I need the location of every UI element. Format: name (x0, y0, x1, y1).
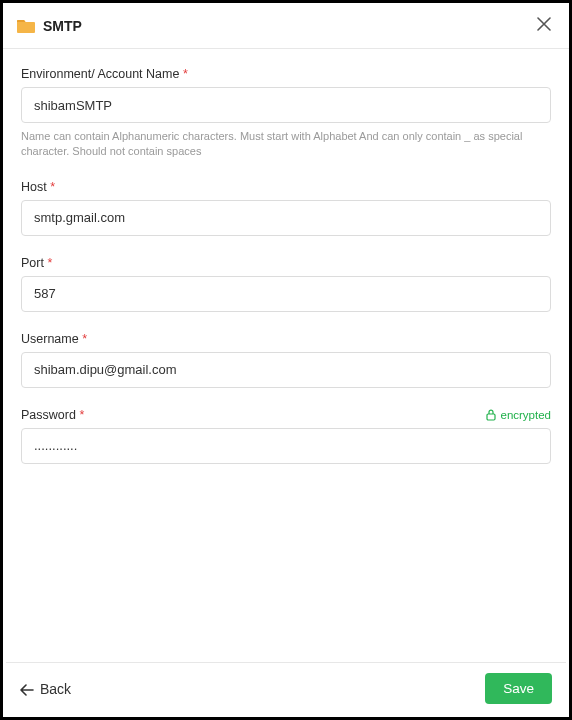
required-asterisk: * (50, 180, 55, 194)
env-label-text: Environment/ Account Name (21, 67, 179, 81)
env-helper-text: Name can contain Alphanumeric characters… (21, 129, 551, 160)
required-asterisk: * (82, 332, 87, 346)
required-asterisk: * (79, 408, 84, 422)
form-body: Environment/ Account Name * Name can con… (3, 49, 569, 488)
port-label: Port * (21, 256, 551, 270)
host-label-text: Host (21, 180, 47, 194)
modal-header: SMTP (3, 3, 569, 49)
host-label: Host * (21, 180, 551, 194)
env-input[interactable] (21, 87, 551, 123)
host-input[interactable] (21, 200, 551, 236)
arrow-left-icon (20, 683, 34, 695)
password-input[interactable] (21, 428, 551, 464)
password-label: Password * (21, 408, 84, 422)
port-label-text: Port (21, 256, 44, 270)
back-label: Back (40, 681, 71, 697)
username-label-text: Username (21, 332, 79, 346)
encrypted-badge: encrypted (486, 409, 551, 421)
svg-rect-0 (487, 414, 495, 420)
lock-icon (486, 409, 496, 421)
field-password: Password * encrypted (21, 408, 551, 464)
close-icon[interactable] (533, 13, 555, 38)
field-environment-name: Environment/ Account Name * Name can con… (21, 67, 551, 160)
folder-icon (17, 18, 35, 33)
modal-title: SMTP (43, 18, 82, 34)
env-label: Environment/ Account Name * (21, 67, 551, 81)
username-label: Username * (21, 332, 551, 346)
modal-footer: Back Save (6, 662, 566, 714)
back-button[interactable]: Back (20, 681, 71, 697)
header-left: SMTP (17, 18, 82, 34)
username-input[interactable] (21, 352, 551, 388)
field-username: Username * (21, 332, 551, 388)
port-input[interactable] (21, 276, 551, 312)
password-label-text: Password (21, 408, 76, 422)
save-button[interactable]: Save (485, 673, 552, 704)
field-port: Port * (21, 256, 551, 312)
field-host: Host * (21, 180, 551, 236)
password-label-row: Password * encrypted (21, 408, 551, 422)
required-asterisk: * (47, 256, 52, 270)
encrypted-text: encrypted (500, 409, 551, 421)
required-asterisk: * (183, 67, 188, 81)
